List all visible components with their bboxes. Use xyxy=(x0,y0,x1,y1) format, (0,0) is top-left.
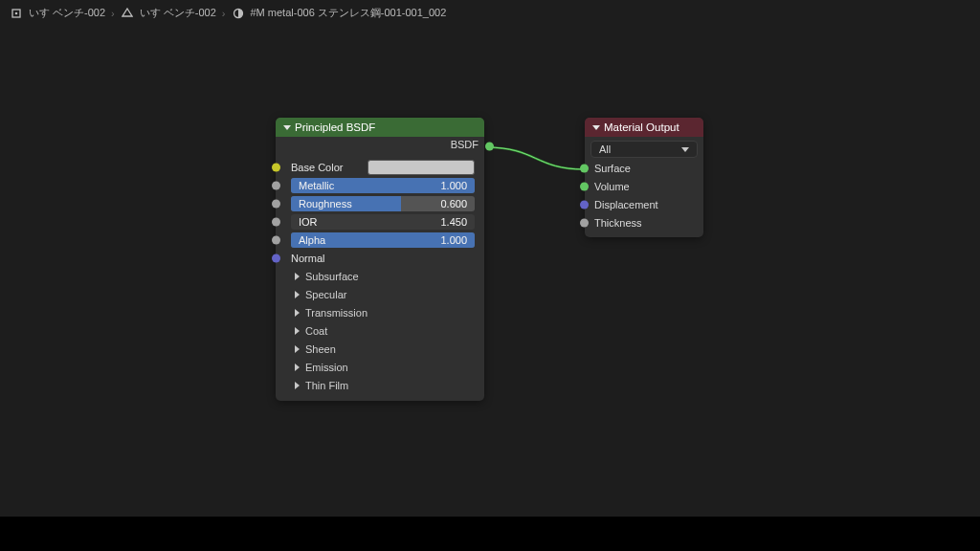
bottom-bar xyxy=(0,517,980,551)
node-principled-bsdf[interactable]: Principled BSDF BSDF Base Color Metallic… xyxy=(276,118,484,401)
chevron-right-icon xyxy=(295,309,300,317)
volume-label: Volume xyxy=(594,181,630,192)
group-sheen[interactable]: Sheen xyxy=(281,341,479,358)
chevron-right-icon: › xyxy=(111,8,115,19)
chevron-down-icon[interactable] xyxy=(283,125,291,130)
mesh-icon xyxy=(121,7,134,20)
base-color-swatch[interactable] xyxy=(368,160,475,175)
group-emission[interactable]: Emission xyxy=(281,359,479,376)
node-editor-canvas[interactable]: いす ベンチ-002 › いす ベンチ-002 › #M metal-006 ス… xyxy=(0,0,980,551)
input-socket-displacement[interactable] xyxy=(580,201,589,209)
breadcrumb-item[interactable]: いす ベンチ-002 xyxy=(29,6,105,20)
chevron-right-icon xyxy=(295,364,300,371)
group-thin-film[interactable]: Thin Film xyxy=(281,377,479,394)
group-coat[interactable]: Coat xyxy=(281,322,479,340)
group-subsurface[interactable]: Subsurface xyxy=(281,268,479,285)
node-title: Material Output xyxy=(604,121,679,133)
chevron-right-icon xyxy=(295,345,300,353)
input-socket-volume[interactable] xyxy=(580,183,589,191)
material-icon xyxy=(232,7,245,20)
node-link-layer xyxy=(0,0,980,551)
chevron-right-icon xyxy=(295,327,300,335)
chevron-right-icon xyxy=(295,273,300,280)
node-header[interactable]: Principled BSDF xyxy=(276,118,484,137)
chevron-right-icon: › xyxy=(222,8,226,19)
node-header[interactable]: Material Output xyxy=(585,118,703,137)
svg-point-1 xyxy=(15,11,18,14)
group-specular[interactable]: Specular xyxy=(281,286,479,303)
chevron-down-icon xyxy=(681,147,689,152)
input-socket-metallic[interactable] xyxy=(272,182,280,190)
chevron-right-icon xyxy=(295,382,300,389)
metallic-slider[interactable]: Metallic 1.000 xyxy=(291,178,475,193)
chevron-down-icon[interactable] xyxy=(592,125,600,130)
normal-label: Normal xyxy=(291,253,479,264)
target-select[interactable]: All xyxy=(590,141,698,158)
object-icon xyxy=(10,7,23,20)
ior-field[interactable]: IOR 1.450 xyxy=(291,214,475,230)
breadcrumb-item[interactable]: いす ベンチ-002 xyxy=(140,6,216,20)
node-material-output[interactable]: Material Output All Surface Volume Displ… xyxy=(585,118,703,237)
base-color-label: Base Color xyxy=(291,162,368,173)
input-socket-normal[interactable] xyxy=(272,254,280,263)
breadcrumb-item[interactable]: #M metal-006 ステンレス鋼-001-001_002 xyxy=(251,6,447,20)
chevron-right-icon xyxy=(295,291,300,298)
thickness-label: Thickness xyxy=(594,217,642,229)
alpha-slider[interactable]: Alpha 1.000 xyxy=(291,232,475,248)
node-title: Principled BSDF xyxy=(295,121,375,133)
input-socket-alpha[interactable] xyxy=(272,236,280,245)
output-socket-label: BSDF xyxy=(451,139,479,150)
surface-label: Surface xyxy=(594,163,631,174)
input-socket-base-color[interactable] xyxy=(272,164,280,172)
input-socket-thickness[interactable] xyxy=(580,219,589,228)
input-socket-roughness[interactable] xyxy=(272,200,280,209)
input-socket-surface[interactable] xyxy=(580,165,589,173)
roughness-slider[interactable]: Roughness 0.600 xyxy=(291,196,475,211)
output-socket-bsdf[interactable] xyxy=(485,143,494,151)
group-transmission[interactable]: Transmission xyxy=(281,304,479,321)
input-socket-ior[interactable] xyxy=(272,218,280,227)
breadcrumb: いす ベンチ-002 › いす ベンチ-002 › #M metal-006 ス… xyxy=(10,6,446,20)
displacement-label: Displacement xyxy=(594,199,658,210)
